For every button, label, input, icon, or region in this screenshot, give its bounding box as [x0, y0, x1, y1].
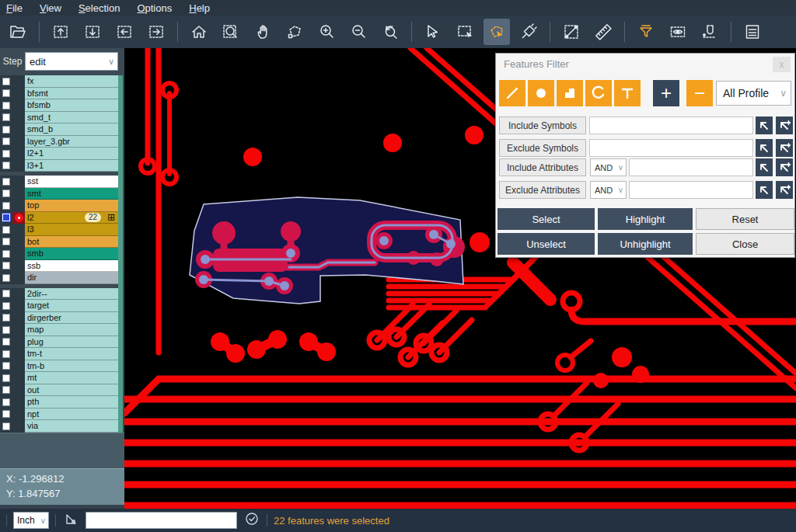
layer-name-l2[interactable]: l222⊞	[25, 212, 118, 224]
layer-active-indicator[interactable]	[12, 288, 25, 301]
include-symbols-input[interactable]	[589, 116, 753, 134]
layer-checkbox-map[interactable]	[2, 326, 10, 334]
clear-highlight-brush-icon[interactable]	[515, 19, 542, 45]
home-view-icon[interactable]	[186, 19, 212, 45]
layer-checkbox-mt[interactable]	[2, 374, 10, 382]
layer-name-smb[interactable]: smb	[25, 248, 118, 260]
layer-checkbox-pth[interactable]	[2, 398, 10, 406]
layer-active-indicator[interactable]	[12, 75, 25, 88]
layer-name-tm-b[interactable]: tm-b	[25, 360, 118, 373]
layer-active-indicator[interactable]	[12, 348, 25, 360]
layer-name-top[interactable]: top	[25, 200, 118, 212]
menu-help[interactable]: Help	[189, 2, 210, 14]
layer-name-2dir--[interactable]: 2dir--	[25, 288, 118, 301]
feature-report-icon[interactable]	[739, 19, 766, 45]
layer-active-indicator[interactable]	[12, 272, 25, 284]
command-input[interactable]	[86, 512, 237, 529]
layer-active-indicator[interactable]	[12, 224, 25, 236]
layer-name-smd_t[interactable]: smd_t	[25, 112, 118, 124]
include-symbols-button[interactable]: Include Symbols	[499, 116, 586, 134]
layer-name-sst[interactable]: sst	[25, 176, 118, 188]
features-filter-icon[interactable]	[633, 19, 659, 45]
layer-checkbox-target[interactable]	[2, 302, 10, 310]
close-icon[interactable]: x	[773, 57, 791, 72]
include-attributes-button[interactable]: Include Attributes	[499, 158, 586, 176]
layer-name-dirgerber[interactable]: dirgerber	[25, 312, 118, 325]
layer-checkbox-tm-t[interactable]	[2, 350, 10, 358]
exclude-attributes-input[interactable]	[629, 181, 753, 199]
pick-add-from-canvas-button[interactable]	[776, 139, 793, 157]
layer-checkbox-dirgerber[interactable]	[2, 314, 10, 322]
exclude-symbols-input[interactable]	[589, 139, 753, 157]
view-options-eye-icon[interactable]	[665, 19, 691, 45]
layer-active-indicator[interactable]	[12, 136, 25, 148]
layer-name-ssb[interactable]: ssb	[25, 260, 118, 273]
layer-active-indicator[interactable]	[12, 324, 25, 336]
layer-checkbox-layer_3.gbr[interactable]	[2, 137, 10, 145]
layer-name-npt[interactable]: npt	[25, 409, 118, 421]
layer-checkbox-l3[interactable]	[2, 226, 10, 234]
layer-active-indicator[interactable]	[12, 112, 25, 124]
menu-selection[interactable]: Selection	[79, 2, 120, 14]
layer-name-mt[interactable]: mt	[25, 372, 118, 384]
layer-name-bot[interactable]: bot	[25, 236, 118, 249]
layer-checkbox-tm-b[interactable]	[2, 362, 10, 370]
layer-checkbox-l2+1[interactable]	[2, 150, 10, 158]
layer-active-indicator[interactable]	[12, 260, 25, 273]
layer-name-bfsmb[interactable]: bfsmb	[25, 99, 118, 112]
layer-name-via[interactable]: via	[25, 420, 118, 433]
surface-filter-button[interactable]	[557, 80, 583, 106]
layer-name-l2+1[interactable]: l2+1	[25, 148, 118, 160]
layer-active-indicator[interactable]	[12, 248, 25, 260]
layer-name-pth[interactable]: pth	[25, 396, 118, 409]
import-up-icon[interactable]	[47, 19, 74, 45]
layer-name-smt[interactable]: smt	[25, 188, 118, 200]
layer-active-indicator[interactable]	[12, 99, 25, 112]
import-left-icon[interactable]	[111, 19, 138, 45]
layer-name-smd_b[interactable]: smd_b	[25, 123, 118, 136]
layer-name-l3[interactable]: l3	[25, 224, 118, 236]
pick-add-from-canvas-button[interactable]	[776, 158, 793, 176]
layer-active-indicator[interactable]	[12, 300, 25, 312]
layer-active-indicator[interactable]	[12, 123, 25, 136]
ruler-icon[interactable]	[590, 19, 616, 45]
layer-active-indicator[interactable]	[12, 396, 25, 409]
layer-active-indicator[interactable]	[12, 336, 25, 349]
layer-active-indicator[interactable]	[12, 409, 25, 421]
operator-select[interactable]: AND∨	[590, 181, 627, 199]
layer-active-indicator[interactable]	[12, 88, 25, 100]
snap-angle-icon[interactable]	[62, 510, 79, 530]
layer-scrollbar[interactable]	[118, 75, 123, 433]
layer-checkbox-smd_b[interactable]	[2, 126, 10, 134]
layer-active-indicator[interactable]	[12, 188, 25, 200]
zoom-polygon-icon[interactable]	[281, 19, 308, 45]
layer-checkbox-top[interactable]	[2, 202, 10, 210]
layer-active-indicator[interactable]	[12, 160, 25, 172]
menu-options[interactable]: Options	[137, 2, 172, 14]
unhighlight-button[interactable]: Unhighlight	[598, 233, 693, 255]
grid-icon[interactable]: ⊞	[107, 212, 115, 224]
layer-name-fx[interactable]: fx	[25, 75, 118, 88]
layer-name-out[interactable]: out	[25, 384, 118, 397]
menu-view[interactable]: View	[40, 2, 61, 14]
text-filter-button[interactable]	[614, 80, 641, 106]
layer-active-indicator[interactable]	[12, 384, 25, 397]
pick-add-from-canvas-button[interactable]	[776, 181, 793, 199]
layer-checkbox-bfsmt[interactable]	[2, 89, 10, 97]
operator-select[interactable]: AND∨	[590, 158, 627, 176]
layer-active-indicator[interactable]	[12, 212, 25, 224]
layer-active-indicator[interactable]	[12, 200, 25, 212]
layer-name-l3+1[interactable]: l3+1	[25, 160, 118, 172]
arc-filter-button[interactable]	[585, 80, 612, 106]
pad-filter-button[interactable]	[528, 80, 554, 106]
layer-checkbox-l3+1[interactable]	[2, 162, 10, 169]
layer-checkbox-plug[interactable]	[2, 338, 10, 346]
pick-from-canvas-button[interactable]	[756, 116, 773, 134]
layer-name-layer_3.gbr[interactable]: layer_3.gbr	[25, 136, 118, 148]
zoom-previous-icon[interactable]	[377, 19, 403, 45]
layer-name-map[interactable]: map	[25, 324, 118, 336]
layer-name-tm-t[interactable]: tm-t	[25, 348, 118, 360]
rectangle-select-icon[interactable]	[452, 19, 478, 45]
select-button[interactable]: Select	[498, 208, 595, 230]
step-select[interactable]: edit ∨	[25, 52, 118, 71]
